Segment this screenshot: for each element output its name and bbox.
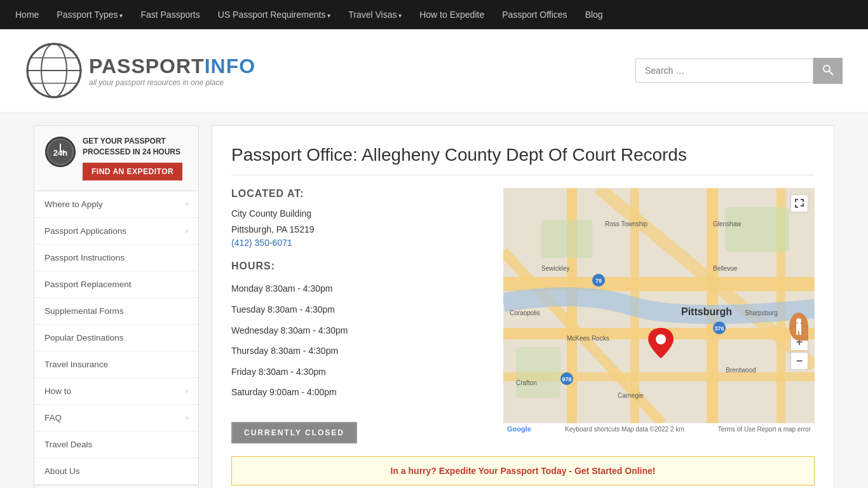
page-container: 24h GET YOUR PASSPORT PROCESSED IN 24 HO…	[21, 125, 847, 488]
svg-line-7	[829, 71, 833, 75]
map-container[interactable]: Pittsburgh Sewickley Ross Township Glens…	[503, 188, 815, 423]
logo-title-accent: INFO	[205, 55, 255, 78]
map-attribution: Keyboard shortcuts Map data ©2022 2 km	[565, 426, 684, 433]
sidebar-item-about-us[interactable]: About Us	[34, 458, 198, 485]
svg-text:Brentwood: Brentwood	[726, 367, 756, 374]
chevron-icon: ›	[186, 200, 188, 208]
address-block: LOCATED AT: City County Building Pittsbu…	[231, 188, 484, 248]
24h-icon: 24h	[44, 136, 76, 168]
svg-rect-53	[799, 330, 801, 335]
nav-blog[interactable]: Blog	[583, 2, 606, 27]
find-expeditor-button[interactable]: FIND AN EXPEDITOR	[83, 163, 182, 180]
nav-passport-offices[interactable]: Passport Offices	[499, 2, 569, 27]
svg-text:Glenshaw: Glenshaw	[713, 220, 742, 227]
hours-thursday: Thursday 8:30am - 4:30pm	[231, 341, 484, 362]
chevron-icon: ›	[186, 226, 188, 235]
hours-friday: Friday 8:30am - 4:30pm	[231, 362, 484, 383]
chevron-icon: ›	[186, 386, 188, 395]
promo-banner: In a hurry? Expedite Your Passport Today…	[231, 456, 815, 485]
hours-label: HOURS:	[231, 261, 484, 272]
nav-fast-passports[interactable]: Fast Passports	[138, 2, 202, 27]
sidebar-item-passport-replacement[interactable]: Passport Replacement	[34, 271, 198, 298]
hours-monday: Monday 8:30am - 4:30pm	[231, 278, 484, 299]
sidebar-item-travel-deals[interactable]: Travel Deals	[34, 431, 198, 458]
logo-title-plain: PASSPORT	[89, 55, 205, 78]
top-navigation: Home Passport Types Fast Passports US Pa…	[0, 0, 868, 29]
phone-link[interactable]: (412) 350-6071	[231, 238, 292, 248]
search-icon	[822, 64, 834, 76]
svg-point-6	[824, 65, 830, 72]
sidebar-item-faq[interactable]: FAQ ›	[34, 405, 198, 431]
located-label: LOCATED AT:	[231, 188, 484, 200]
sidebar-item-passport-instructions[interactable]: Passport Instructions	[34, 245, 198, 271]
chevron-icon: ›	[186, 413, 188, 422]
hours-block: HOURS: Monday 8:30am - 4:30pm Tuesday 8:…	[231, 261, 484, 403]
map-logo: Google	[507, 425, 531, 433]
svg-text:376: 376	[714, 325, 724, 332]
svg-point-49	[656, 334, 666, 344]
address-line1: City County Building	[231, 206, 484, 222]
page-title: Passport Office: Allegheny County Dept O…	[231, 145, 815, 175]
sidebar-item-how-to[interactable]: How to ›	[34, 378, 198, 405]
globe-icon	[25, 42, 83, 99]
map-zoom-out-button[interactable]: −	[790, 352, 808, 370]
sidebar-item-popular-destinations[interactable]: Popular Destinations	[34, 325, 198, 351]
map-area: Pittsburgh Sewickley Ross Township Glens…	[503, 188, 815, 444]
address-line2: Pittsburgh, PA 15219	[231, 222, 484, 238]
logo-text: PASSPORTINFO all your passport resources…	[89, 55, 255, 87]
main-content: Passport Office: Allegheny County Dept O…	[212, 125, 834, 488]
map-footer: Google Keyboard shortcuts Map data ©2022…	[503, 423, 815, 435]
svg-text:79: 79	[595, 278, 602, 284]
search-input[interactable]	[635, 58, 813, 83]
svg-rect-29	[726, 207, 789, 252]
site-header: PASSPORTINFO all your passport resources…	[0, 29, 868, 112]
svg-text:McKees Rocks: McKees Rocks	[567, 335, 609, 342]
logo-title: PASSPORTINFO	[89, 55, 255, 78]
svg-point-50	[796, 318, 801, 323]
nav-home[interactable]: Home	[13, 2, 41, 27]
svg-text:978: 978	[562, 376, 571, 383]
svg-text:Coraopolis: Coraopolis	[510, 309, 540, 316]
search-button[interactable]	[813, 58, 843, 84]
promo-text: GET YOUR PASSPORT PROCESSED IN 24 HOURS	[83, 136, 188, 158]
svg-text:Crafton: Crafton	[516, 379, 537, 386]
hours-tuesday: Tuesday 8:30am - 4:30pm	[231, 299, 484, 320]
svg-text:Carnegie: Carnegie	[618, 392, 644, 399]
sidebar-item-supplemental-forms[interactable]: Supplemental Forms	[34, 298, 198, 325]
hours-wednesday: Wednesday 8:30am - 4:30pm	[231, 320, 484, 341]
content-grid: LOCATED AT: City County Building Pittsbu…	[231, 188, 815, 444]
logo-area: PASSPORTINFO all your passport resources…	[25, 42, 255, 99]
sidebar-promo: 24h GET YOUR PASSPORT PROCESSED IN 24 HO…	[34, 126, 198, 191]
sidebar-item-where-to-apply[interactable]: Where to Apply ›	[34, 191, 198, 218]
sidebar: 24h GET YOUR PASSPORT PROCESSED IN 24 HO…	[34, 125, 199, 488]
svg-rect-30	[516, 347, 560, 398]
nav-travel-visas[interactable]: Travel Visas	[346, 2, 404, 27]
map-terms: Terms of Use Report a map error	[718, 426, 811, 433]
map-fullscreen-button[interactable]	[790, 194, 808, 212]
svg-text:Ross Township: Ross Township	[605, 220, 648, 227]
hours-saturday: Saturday 9:00am - 4:00pm	[231, 382, 484, 403]
nav-passport-types[interactable]: Passport Types	[54, 2, 125, 27]
search-area	[635, 58, 843, 84]
svg-text:Sharpsburg: Sharpsburg	[745, 309, 778, 316]
sidebar-item-travel-insurance[interactable]: Travel Insurance	[34, 351, 198, 378]
nav-us-requirements[interactable]: US Passport Requirements	[215, 2, 333, 27]
nav-how-to-expedite[interactable]: How to Expedite	[417, 2, 487, 27]
svg-rect-28	[541, 220, 592, 258]
svg-text:Sewickley: Sewickley	[541, 265, 569, 272]
svg-text:Pittsburgh: Pittsburgh	[681, 306, 732, 317]
pegman-icon	[793, 318, 804, 336]
svg-text:Bellevue: Bellevue	[713, 265, 738, 272]
svg-rect-52	[796, 330, 798, 335]
sidebar-bottom-promo: APPLY ONLINE FOR A NEW PASSPORT	[34, 485, 198, 488]
sidebar-menu: Where to Apply › Passport Applications ›…	[34, 191, 198, 485]
status-badge: CURRENTLY CLOSED	[231, 422, 357, 444]
office-info: LOCATED AT: City County Building Pittsbu…	[231, 188, 484, 444]
map-svg: Pittsburgh Sewickley Ross Township Glens…	[503, 188, 815, 423]
logo-subtitle: all your passport resources in one place	[89, 78, 255, 87]
sidebar-item-passport-applications[interactable]: Passport Applications ›	[34, 218, 198, 245]
promo-banner-link[interactable]: In a hurry? Expedite Your Passport Today…	[391, 466, 656, 476]
promo-content: GET YOUR PASSPORT PROCESSED IN 24 HOURS …	[83, 136, 188, 180]
